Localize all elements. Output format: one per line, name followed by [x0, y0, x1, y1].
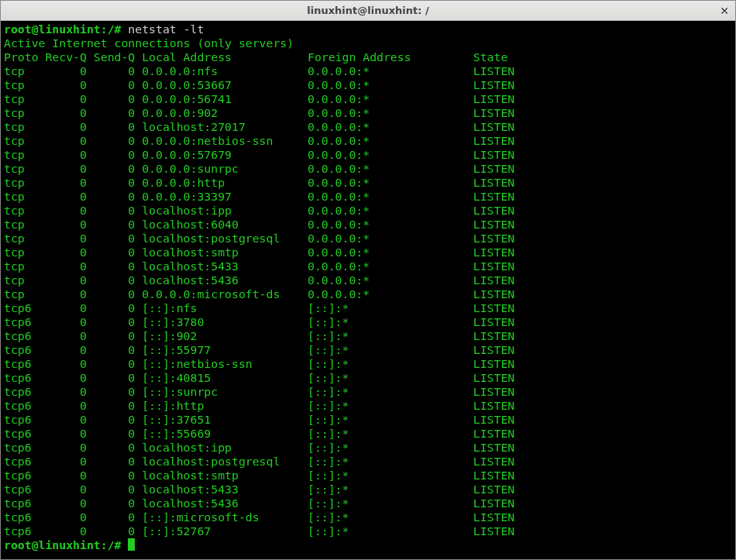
table-row: tcp6 0 0 [::]:microsoft-ds [::]:* LISTEN [4, 510, 732, 524]
table-row: tcp 0 0 0.0.0.0:microsoft-ds 0.0.0.0:* L… [4, 287, 732, 301]
table-row: tcp6 0 0 [::]:55977 [::]:* LISTEN [4, 343, 732, 357]
table-row: tcp 0 0 0.0.0.0:902 0.0.0.0:* LISTEN [4, 106, 732, 120]
table-row: tcp 0 0 0.0.0.0:33397 0.0.0.0:* LISTEN [4, 190, 732, 204]
table-row: tcp6 0 0 localhost:5436 [::]:* LISTEN [4, 496, 732, 510]
columns-header: Proto Recv-Q Send-Q Local Address Foreig… [4, 50, 732, 64]
terminal-body[interactable]: root@linuxhint:/# netstat -ltActive Inte… [1, 21, 735, 559]
table-row: tcp6 0 0 [::]:37651 [::]:* LISTEN [4, 413, 732, 427]
shell-prompt: root@linuxhint:/# [4, 22, 128, 36]
table-row: tcp 0 0 localhost:postgresql 0.0.0.0:* L… [4, 232, 732, 246]
table-row: tcp 0 0 0.0.0.0:57679 0.0.0.0:* LISTEN [4, 148, 732, 162]
table-row: tcp 0 0 0.0.0.0:nfs 0.0.0.0:* LISTEN [4, 64, 732, 78]
table-row: tcp 0 0 localhost:5433 0.0.0.0:* LISTEN [4, 259, 732, 273]
table-row: tcp 0 0 localhost:ipp 0.0.0.0:* LISTEN [4, 204, 732, 218]
table-row: tcp 0 0 0.0.0.0:sunrpc 0.0.0.0:* LISTEN [4, 162, 732, 176]
prompt-line: root@linuxhint:/# netstat -lt [4, 22, 732, 36]
table-row: tcp6 0 0 [::]:55669 [::]:* LISTEN [4, 427, 732, 441]
prompt-line: root@linuxhint:/# [4, 538, 732, 552]
table-row: tcp 0 0 0.0.0.0:53667 0.0.0.0:* LISTEN [4, 78, 732, 92]
table-row: tcp6 0 0 [::]:netbios-ssn [::]:* LISTEN [4, 357, 732, 371]
table-row: tcp 0 0 localhost:smtp 0.0.0.0:* LISTEN [4, 246, 732, 259]
table-row: tcp 0 0 localhost:27017 0.0.0.0:* LISTEN [4, 120, 732, 134]
table-row: tcp6 0 0 [::]:3780 [::]:* LISTEN [4, 315, 732, 329]
table-row: tcp 0 0 0.0.0.0:http 0.0.0.0:* LISTEN [4, 176, 732, 190]
table-row: tcp 0 0 0.0.0.0:56741 0.0.0.0:* LISTEN [4, 92, 732, 106]
table-row: tcp6 0 0 localhost:5433 [::]:* LISTEN [4, 483, 732, 496]
table-row: tcp 0 0 localhost:6040 0.0.0.0:* LISTEN [4, 218, 732, 232]
table-row: tcp 0 0 localhost:5436 0.0.0.0:* LISTEN [4, 273, 732, 287]
table-row: tcp6 0 0 [::]:902 [::]:* LISTEN [4, 329, 732, 343]
titlebar[interactable]: linuxhint@linuxhint: / ✕ [1, 1, 735, 21]
table-row: tcp6 0 0 [::]:sunrpc [::]:* LISTEN [4, 385, 732, 399]
table-row: tcp6 0 0 localhost:ipp [::]:* LISTEN [4, 441, 732, 455]
table-row: tcp6 0 0 [::]:52767 [::]:* LISTEN [4, 524, 732, 538]
table-row: tcp6 0 0 [::]:http [::]:* LISTEN [4, 399, 732, 413]
shell-prompt: root@linuxhint:/# [4, 538, 128, 551]
table-row: tcp6 0 0 localhost:postgresql [::]:* LIS… [4, 455, 732, 469]
cursor-icon [128, 538, 135, 551]
table-row: tcp6 0 0 localhost:smtp [::]:* LISTEN [4, 469, 732, 483]
terminal-window: linuxhint@linuxhint: / ✕ root@linuxhint:… [0, 0, 736, 560]
table-row: tcp6 0 0 [::]:nfs [::]:* LISTEN [4, 301, 732, 315]
table-row: tcp6 0 0 [::]:40815 [::]:* LISTEN [4, 371, 732, 385]
table-row: tcp 0 0 0.0.0.0:netbios-ssn 0.0.0.0:* LI… [4, 134, 732, 148]
close-icon[interactable]: ✕ [718, 5, 731, 17]
command-text: netstat -lt [128, 22, 204, 36]
output-header: Active Internet connections (only server… [4, 36, 732, 50]
window-title: linuxhint@linuxhint: / [307, 5, 428, 16]
